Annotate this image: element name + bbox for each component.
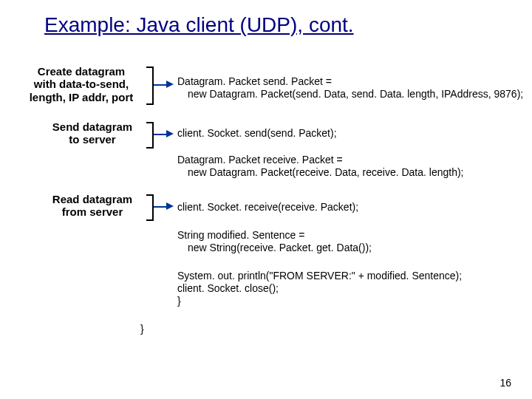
- code-line: Datagram. Packet receive. Packet =: [177, 154, 343, 166]
- annotation-line: Send datagram: [37, 120, 148, 133]
- code-line: }: [177, 295, 181, 307]
- code-line: Datagram. Packet send. Packet =: [177, 75, 332, 88]
- code-line: String modified. Sentence =: [177, 229, 304, 242]
- annotation-line: Create datagram: [15, 65, 148, 78]
- arrow-head-icon: [166, 202, 174, 210]
- bracket-icon: [146, 194, 154, 221]
- annotation-create: Create datagram with data-to-send, lengt…: [15, 65, 148, 103]
- arrow-head-icon: [166, 130, 174, 137]
- annotation-line: from server: [37, 205, 148, 218]
- slide-title: Example: Java client (UDP), cont.: [44, 13, 354, 37]
- annotation-line: with data-to-send,: [15, 78, 148, 90]
- code-line: client. Socket. close();: [177, 282, 279, 295]
- annotation-send: Send datagram to server: [37, 120, 148, 146]
- bracket-icon: [146, 122, 154, 149]
- code-line: client. Socket. send(send. Packet);: [177, 127, 337, 140]
- annotation-line: Read datagram: [37, 193, 148, 205]
- annotation-line: to server: [37, 133, 148, 146]
- bracket-icon: [146, 66, 154, 105]
- code-line: }: [140, 323, 144, 335]
- code-line: new Datagram. Packet(receive. Data, rece…: [177, 166, 464, 179]
- page-number: 16: [499, 377, 511, 389]
- code-line: new Datagram. Packet(send. Data, send. D…: [177, 88, 523, 100]
- arrow-line: [154, 84, 167, 86]
- arrow-line: [154, 134, 167, 135]
- arrow-head-icon: [166, 81, 174, 88]
- arrow-line: [154, 206, 167, 208]
- annotation-read: Read datagram from server: [37, 193, 148, 219]
- code-line: new String(receive. Packet. get. Data())…: [177, 242, 372, 254]
- annotation-line: length, IP addr, port: [15, 91, 148, 103]
- code-line: client. Socket. receive(receive. Packet)…: [177, 201, 358, 214]
- code-line: System. out. println("FROM SERVER:" + mo…: [177, 270, 462, 282]
